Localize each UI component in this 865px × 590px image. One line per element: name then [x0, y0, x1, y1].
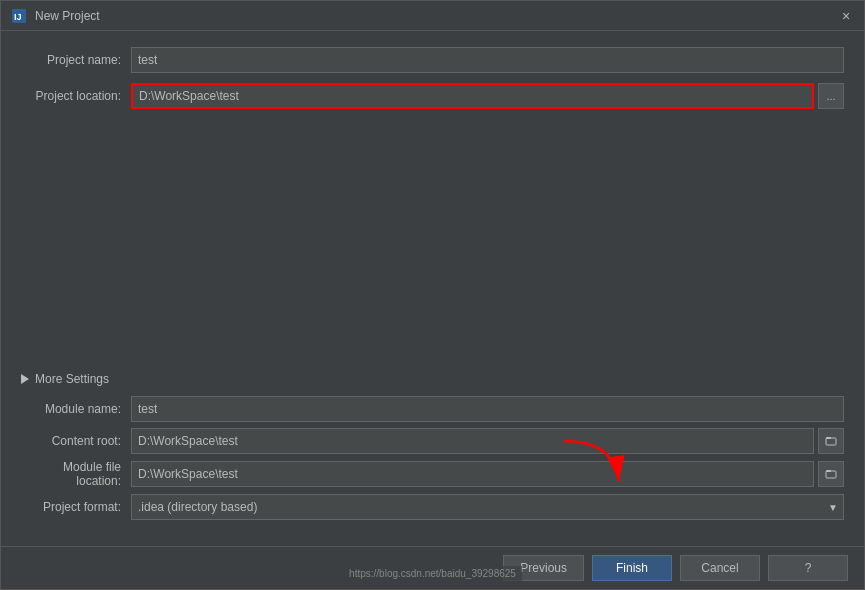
module-file-location-input-wrapper [131, 461, 844, 487]
dialog-footer: Previous Finish Cancel ? [1, 546, 864, 589]
help-button[interactable]: ? [768, 555, 848, 581]
module-file-location-browse-button[interactable] [818, 461, 844, 487]
new-project-dialog: IJ New Project × Project name: Project l… [0, 0, 865, 590]
browse-button[interactable]: ... [818, 83, 844, 109]
project-format-select-wrapper: .idea (directory based) .ipr (file based… [131, 494, 844, 520]
module-file-location-input[interactable] [131, 461, 814, 487]
project-name-input[interactable] [131, 47, 844, 73]
title-bar: IJ New Project × [1, 1, 864, 31]
dialog-content: Project name: Project location: ... More… [1, 31, 864, 546]
content-root-input[interactable] [131, 428, 814, 454]
project-location-row: Project location: ... [21, 83, 844, 109]
project-location-input[interactable] [131, 83, 814, 109]
previous-button[interactable]: Previous [503, 555, 584, 581]
project-location-input-wrapper: ... [131, 83, 844, 109]
content-spacer [21, 119, 844, 372]
content-root-input-wrapper [131, 428, 844, 454]
svg-text:IJ: IJ [14, 12, 22, 22]
dialog-title: New Project [35, 9, 100, 23]
content-root-browse-button[interactable] [818, 428, 844, 454]
more-settings-section: More Settings Module name: Content root: [21, 372, 844, 530]
project-location-label: Project location: [21, 89, 131, 103]
project-format-row: Project format: .idea (directory based) … [21, 494, 844, 520]
project-name-row: Project name: [21, 47, 844, 73]
more-settings-header[interactable]: More Settings [21, 372, 844, 386]
project-format-label: Project format: [21, 500, 131, 514]
app-icon: IJ [11, 8, 27, 24]
project-name-label: Project name: [21, 53, 131, 67]
module-name-row: Module name: [21, 396, 844, 422]
more-settings-label: More Settings [35, 372, 109, 386]
module-name-label: Module name: [21, 402, 131, 416]
svg-rect-5 [826, 470, 831, 472]
project-format-dropdown-wrapper: .idea (directory based) .ipr (file based… [131, 494, 844, 520]
svg-rect-2 [826, 438, 836, 445]
more-settings-rows: Module name: Content root: [21, 396, 844, 520]
svg-rect-4 [826, 471, 836, 478]
module-name-input-wrapper [131, 396, 844, 422]
module-name-input[interactable] [131, 396, 844, 422]
content-root-label: Content root: [21, 434, 131, 448]
module-file-location-label: Module file location: [21, 460, 131, 488]
svg-rect-3 [826, 437, 831, 439]
title-bar-left: IJ New Project [11, 8, 100, 24]
module-file-location-row: Module file location: [21, 460, 844, 488]
finish-button[interactable]: Finish [592, 555, 672, 581]
expand-icon [21, 374, 29, 384]
content-root-row: Content root: [21, 428, 844, 454]
project-format-select[interactable]: .idea (directory based) .ipr (file based… [131, 494, 844, 520]
close-button[interactable]: × [838, 8, 854, 24]
cancel-button[interactable]: Cancel [680, 555, 760, 581]
project-name-input-wrapper [131, 47, 844, 73]
